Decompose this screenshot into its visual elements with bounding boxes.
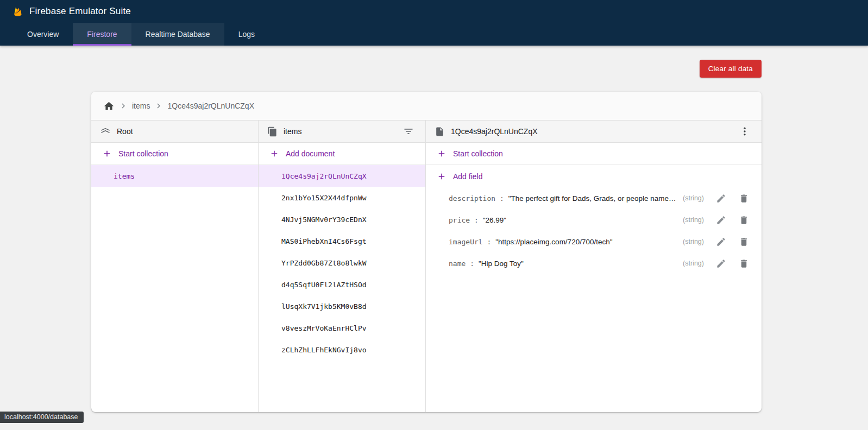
field-type: (string) bbox=[683, 260, 704, 267]
more-vert-icon[interactable] bbox=[735, 122, 754, 141]
edit-icon[interactable] bbox=[712, 254, 730, 273]
collection-panel: items Add document 1Qce4s9aj2rQLnUnCZqX … bbox=[259, 121, 426, 412]
tab-overview[interactable]: Overview bbox=[13, 23, 73, 46]
toolbar: Clear all data bbox=[0, 46, 868, 78]
start-collection-label: Start collection bbox=[118, 149, 168, 158]
panels: Root Start collection items items bbox=[91, 121, 762, 412]
collection-row-items[interactable]: items bbox=[91, 165, 258, 187]
field-name: price bbox=[449, 216, 479, 224]
document-row[interactable]: d4q5SqfU0Fl2lAZtHSOd bbox=[259, 274, 425, 295]
document-row[interactable]: 1Qce4s9aj2rQLnUnCZqX bbox=[259, 165, 425, 187]
breadcrumb: items 1Qce4s9aj2rQLnUnCZqX bbox=[91, 92, 762, 121]
document-row[interactable]: v8veszMrVoKaEnrHClPv bbox=[259, 317, 425, 339]
document-row[interactable]: 2nx1bYo15X2X44dfpnWw bbox=[259, 187, 425, 208]
chevron-right-icon bbox=[154, 101, 163, 111]
add-icon bbox=[102, 149, 112, 159]
tab-realtime-database[interactable]: Realtime Database bbox=[131, 23, 224, 46]
edit-icon[interactable] bbox=[712, 232, 730, 251]
delete-icon[interactable] bbox=[734, 254, 753, 273]
delete-icon[interactable] bbox=[734, 211, 753, 229]
chevron-right-icon bbox=[118, 101, 128, 111]
add-icon bbox=[437, 149, 446, 159]
breadcrumb-document[interactable]: 1Qce4s9aj2rQLnUnCZqX bbox=[167, 102, 254, 110]
title-row: Firebase Emulator Suite bbox=[0, 0, 868, 23]
document-row[interactable]: zCLhZhLLFhEkNGvIj8vo bbox=[259, 339, 425, 361]
field-row: name "Hip Dog Toy" (string) bbox=[426, 252, 762, 274]
document-panel-header: 1Qce4s9aj2rQLnUnCZqX bbox=[426, 121, 762, 143]
field-name: name bbox=[449, 260, 474, 268]
app-header: Firebase Emulator Suite Overview Firesto… bbox=[0, 0, 868, 46]
root-panel: Root Start collection items bbox=[91, 121, 259, 412]
add-icon bbox=[269, 149, 279, 159]
root-panel-header: Root bbox=[91, 121, 258, 143]
field-value: "https://placeimg.com/720/700/tech" bbox=[495, 238, 678, 246]
document-panel-title: 1Qce4s9aj2rQLnUnCZqX bbox=[451, 127, 538, 136]
collection-panel-header: items bbox=[259, 121, 425, 143]
firestore-panel-card: items 1Qce4s9aj2rQLnUnCZqX Root bbox=[91, 92, 762, 412]
collection-panel-title: items bbox=[284, 127, 301, 136]
field-value: "26.99" bbox=[483, 216, 678, 224]
filter-icon[interactable] bbox=[399, 122, 418, 141]
field-row: price "26.99" (string) bbox=[426, 209, 762, 231]
delete-icon[interactable] bbox=[734, 189, 753, 207]
breadcrumb-collection[interactable]: items bbox=[132, 102, 150, 110]
document-panel: 1Qce4s9aj2rQLnUnCZqX Start collection bbox=[426, 121, 762, 412]
start-collection-button[interactable]: Start collection bbox=[91, 143, 258, 165]
root-panel-title: Root bbox=[117, 127, 133, 136]
tab-firestore[interactable]: Firestore bbox=[73, 23, 131, 46]
tab-bar: Overview Firestore Realtime Database Log… bbox=[0, 23, 868, 46]
app-root: Firebase Emulator Suite Overview Firesto… bbox=[0, 0, 868, 430]
start-collection-button[interactable]: Start collection bbox=[426, 143, 762, 165]
add-icon bbox=[437, 172, 446, 181]
add-field-label: Add field bbox=[453, 172, 482, 181]
delete-icon[interactable] bbox=[734, 232, 753, 251]
field-value: "The perfect gift for Dads, Grads, or pe… bbox=[508, 194, 678, 203]
add-document-button[interactable]: Add document bbox=[259, 143, 425, 165]
field-type: (string) bbox=[683, 216, 704, 224]
status-bar: localhost:4000/database bbox=[0, 412, 84, 423]
home-icon[interactable] bbox=[103, 100, 115, 112]
field-type: (string) bbox=[683, 194, 704, 202]
field-row: imageUrl "https://placeimg.com/720/700/t… bbox=[426, 231, 762, 252]
document-row[interactable]: lUsqXk7V1jkb5KM0vB8d bbox=[259, 295, 425, 317]
document-row[interactable]: MAS0iPhebXnI4Cs6Fsgt bbox=[259, 230, 425, 252]
tab-logs[interactable]: Logs bbox=[224, 23, 269, 46]
firebase-logo-icon bbox=[12, 5, 23, 18]
document-row[interactable]: YrPZdd0Gb87Zt8o8lwkW bbox=[259, 252, 425, 274]
field-value: "Hip Dog Toy" bbox=[479, 260, 678, 268]
app-title: Firebase Emulator Suite bbox=[29, 6, 131, 17]
start-collection-label: Start collection bbox=[453, 149, 503, 158]
edit-icon[interactable] bbox=[712, 211, 730, 229]
add-field-button[interactable]: Add field bbox=[426, 165, 762, 187]
field-type: (string) bbox=[683, 238, 704, 245]
edit-icon[interactable] bbox=[712, 189, 730, 207]
collection-icon bbox=[267, 127, 278, 137]
field-name: imageUrl bbox=[449, 238, 491, 246]
clear-all-data-button[interactable]: Clear all data bbox=[700, 60, 762, 78]
root-icon bbox=[100, 126, 111, 137]
document-row[interactable]: 4NJvj5NGMv0rY39cEDnX bbox=[259, 208, 425, 230]
field-name: description bbox=[449, 194, 504, 203]
add-document-label: Add document bbox=[286, 149, 335, 158]
field-row: description "The perfect gift for Dads, … bbox=[426, 187, 762, 209]
document-icon bbox=[435, 127, 445, 137]
